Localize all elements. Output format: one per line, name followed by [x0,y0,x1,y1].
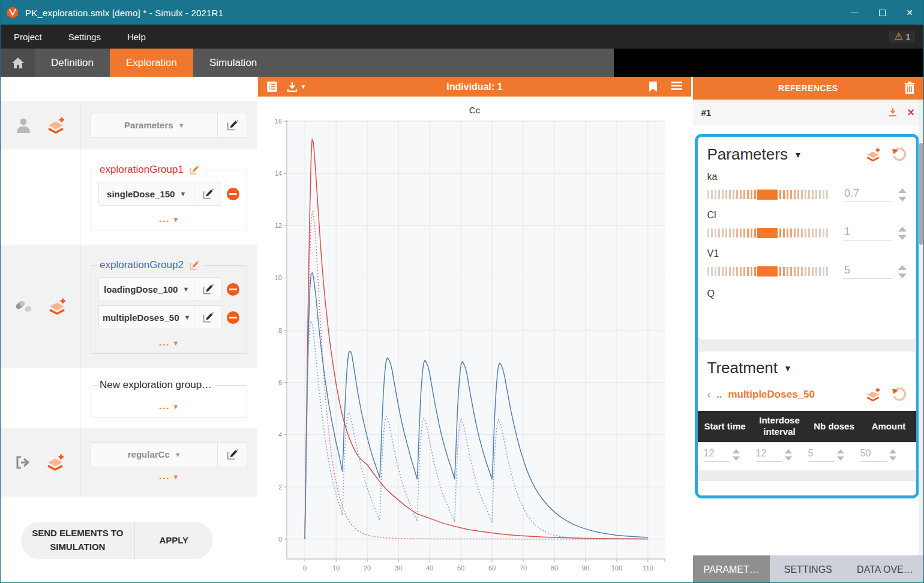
references-title: REFERENCES [778,83,838,93]
references-scrollbar[interactable] [919,100,923,555]
edit-output-button[interactable] [217,442,247,467]
step-down-icon[interactable] [889,456,896,461]
scrollbar-thumb[interactable] [919,143,923,245]
menu-project[interactable]: Project [14,32,42,42]
tab-simulation[interactable]: Simulation [193,49,273,77]
reset-parameters-icon[interactable] [891,147,907,163]
remove-treatment-icon[interactable] [227,188,239,200]
step-up-icon[interactable] [898,227,907,232]
ka-stepper[interactable] [898,188,907,202]
treatment-path-prefix[interactable]: .. [717,389,722,400]
tab-exploration[interactable]: Exploration [110,49,193,77]
warnings-indicator[interactable]: ⚠ 1 [889,31,915,43]
tab-data-overview[interactable]: DATA OVE… [847,555,923,583]
edit-treatment-button[interactable] [194,305,221,329]
amount-stepper[interactable] [889,449,896,461]
chevron-left-icon[interactable]: ‹ [707,389,711,401]
treatment-selector-singleDose[interactable]: singleDose_150 ▼ [98,182,194,206]
reference-item-row[interactable]: #1 ✕ [693,100,924,125]
add-parameters-element-icon[interactable] [865,147,881,163]
nb-doses-input[interactable]: 5 [808,448,835,462]
home-icon [11,57,25,69]
rename-group-icon[interactable] [188,260,200,271]
step-up-icon[interactable] [733,449,740,453]
v1-slider[interactable] [707,267,830,276]
ka-slider[interactable] [707,190,830,199]
step-up-icon[interactable] [785,449,792,453]
ka-value-field[interactable]: 0.7 [843,187,892,202]
export-chart-button[interactable]: ▼ [286,81,306,93]
new-exploration-group[interactable]: New exploration group… ...▼ [91,379,247,417]
tab-definition[interactable]: Definition [35,49,110,77]
chevron-down-icon: ▼ [173,473,179,480]
step-down-icon[interactable] [837,456,844,461]
step-down-icon[interactable] [898,274,907,278]
selected-treatment-name[interactable]: multipleDoses_50 [728,389,815,401]
nb-doses-stepper[interactable] [837,449,844,461]
home-tab[interactable] [1,49,35,77]
maximize-button[interactable] [868,1,896,25]
output-more-options[interactable]: ...▼ [91,467,247,483]
step-up-icon[interactable] [898,265,907,270]
menu-settings[interactable]: Settings [68,32,101,42]
group1-more-options[interactable]: ...▼ [98,210,239,226]
interdose-interval-stepper[interactable] [785,449,792,461]
chevron-down-icon: ▼ [173,339,179,347]
send-elements-button[interactable]: SEND ELEMENTS TO SIMULATION [21,522,135,559]
bookmark-reference-button[interactable] [649,81,658,92]
start-time-input[interactable]: 12 [704,448,730,462]
step-down-icon[interactable] [785,456,792,461]
load-reference-icon[interactable] [888,107,898,117]
edit-treatment-button[interactable] [194,277,221,301]
add-parameters-element-icon[interactable] [46,116,66,135]
step-up-icon[interactable] [837,449,844,453]
parameters-selector[interactable]: Parameters ▼ [91,113,217,138]
cl-stepper[interactable] [898,227,907,240]
nav-tab-bar: Definition Exploration Simulation [1,49,923,77]
chart-area[interactable]: Cc 0102030405060708090100110024681012141… [258,97,691,583]
chart-values-table-button[interactable] [266,81,278,92]
v1-value-field[interactable]: 5 [843,264,892,279]
treatment-card: Treatment ▼ ‹ .. multipleDoses_50 Start [698,351,916,498]
step-down-icon[interactable] [898,197,907,202]
interdose-interval-input[interactable]: 12 [756,448,782,462]
group2-more-options[interactable]: ...▼ [98,333,239,350]
step-up-icon[interactable] [889,449,896,453]
pk-concentration-plot[interactable]: 01020304050607080901001100246810121416 [258,97,691,583]
remove-reference-icon[interactable]: ✕ [907,107,915,118]
treatment-selector-multipleDoses[interactable]: multipleDoses_50 ▼ [98,305,194,329]
chart-menu-button[interactable] [671,81,683,92]
tab-settings[interactable]: SETTINGS [770,555,847,583]
rename-group-icon[interactable] [188,164,200,176]
menu-help[interactable]: Help [127,32,146,42]
parameters-section-title[interactable]: Parameters [707,145,788,164]
x-tick-label: 50 [457,564,464,572]
minimize-button[interactable] [841,1,868,25]
output-selector[interactable]: regularCc ▼ [91,442,217,467]
treatment-section-title[interactable]: Treatment [707,359,778,377]
tab-parameters[interactable]: PARAMET… [693,555,770,583]
add-output-element-icon[interactable] [45,453,65,472]
cl-value-field[interactable]: 1 [843,226,892,241]
minimize-icon [851,13,858,13]
edit-parameters-button[interactable] [217,113,247,138]
start-time-stepper[interactable] [733,449,740,461]
cl-slider[interactable] [707,229,830,238]
add-treatment-element-icon[interactable] [865,387,881,402]
remove-treatment-icon[interactable] [227,311,239,324]
step-down-icon[interactable] [733,456,740,461]
v1-stepper[interactable] [898,265,907,278]
add-treatment-element-icon[interactable] [47,297,67,316]
step-down-icon[interactable] [898,235,907,240]
step-up-icon[interactable] [898,188,907,193]
delete-references-button[interactable] [904,82,915,94]
apply-button[interactable]: APPLY [135,522,213,559]
amount-input[interactable]: 50 [860,448,887,462]
new-group-more-options[interactable]: ...▼ [98,397,239,413]
reset-treatment-icon[interactable] [891,387,907,402]
treatment-selector-loadingDose[interactable]: loadingDose_100 ▼ [98,277,194,301]
edit-treatment-button[interactable] [194,182,221,206]
remove-treatment-icon[interactable] [227,283,239,296]
close-button[interactable]: ✕ [896,1,923,25]
x-tick-label: 20 [364,564,371,572]
